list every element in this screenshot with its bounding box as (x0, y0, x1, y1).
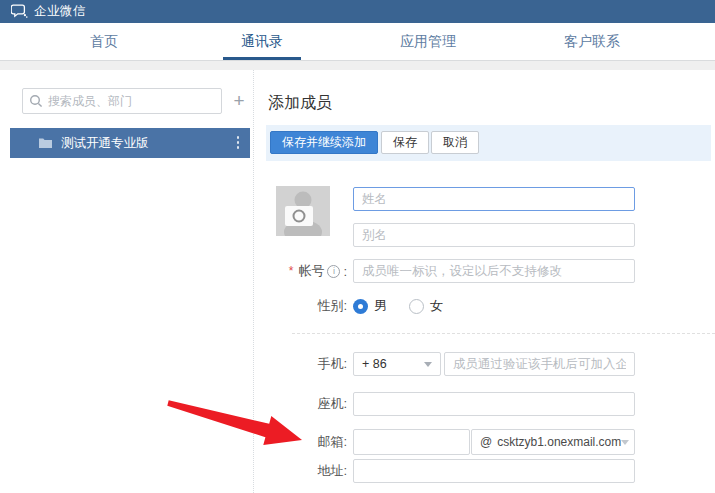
radio-unselected-icon[interactable] (409, 299, 424, 314)
save-button[interactable]: 保存 (381, 131, 429, 154)
topbar: 企业微信 (0, 0, 715, 23)
chevron-down-icon (424, 362, 432, 367)
search-icon (29, 94, 43, 108)
gender-option-male[interactable]: 男 (353, 297, 387, 315)
tab-apps[interactable]: 应用管理 (400, 23, 456, 60)
tab-home[interactable]: 首页 (90, 23, 118, 60)
save-and-continue-button[interactable]: 保存并继续添加 (270, 131, 378, 154)
main-nav: 首页 通讯录 应用管理 客户联系 (0, 23, 715, 61)
avatar-upload[interactable] (276, 186, 330, 236)
address-label: 地址: (255, 459, 347, 483)
address-field[interactable] (353, 459, 635, 483)
brand-title: 企业微信 (34, 3, 86, 20)
email-field[interactable] (353, 429, 470, 455)
email-domain-value: csktzyb1.onexmail.com (497, 435, 621, 449)
account-label: * 帐号 : (255, 259, 347, 283)
search-input-wrapper[interactable] (22, 88, 222, 114)
required-asterisk: * (289, 264, 294, 278)
cancel-button[interactable]: 取消 (431, 131, 479, 154)
name-field[interactable] (353, 187, 635, 211)
search-input[interactable] (48, 94, 215, 108)
landline-field[interactable] (353, 392, 635, 416)
active-tab-underline (223, 57, 301, 60)
sidebar-divider (253, 70, 254, 493)
landline-label: 座机: (255, 392, 347, 416)
tab-contacts[interactable]: 通讯录 (241, 23, 283, 60)
gender-radio-group: 男 女 (353, 296, 443, 316)
department-menu-icon[interactable] (237, 136, 240, 149)
mobile-field[interactable] (444, 352, 635, 376)
mobile-label: 手机: (255, 352, 347, 376)
radio-selected-icon[interactable] (353, 299, 368, 314)
at-sign: @ (480, 435, 492, 449)
chevron-down-icon (621, 440, 629, 445)
wecom-admin-screen: 企业微信 首页 通讯录 应用管理 客户联系 + 测试开通专业版 添加成员 (0, 0, 715, 493)
folder-icon (38, 137, 53, 149)
account-field[interactable] (353, 259, 635, 283)
section-divider (292, 333, 715, 334)
info-icon[interactable] (327, 265, 340, 278)
email-label: 邮箱: (255, 429, 347, 455)
avatar-placeholder-icon (276, 186, 330, 236)
department-name: 测试开通专业版 (61, 135, 149, 152)
alias-field[interactable] (353, 223, 635, 247)
page-title: 添加成员 (268, 93, 332, 114)
gender-option-female[interactable]: 女 (409, 297, 443, 315)
add-department-button[interactable]: + (228, 88, 250, 114)
gender-label: 性别: (255, 294, 347, 318)
tab-customer[interactable]: 客户联系 (564, 23, 620, 60)
wecom-logo-icon (11, 4, 28, 19)
email-domain-select[interactable]: @ csktzyb1.onexmail.com (471, 429, 635, 455)
sidebar-item-department[interactable]: 测试开通专业版 (10, 128, 250, 158)
country-code-select[interactable]: + 86 (353, 352, 441, 376)
